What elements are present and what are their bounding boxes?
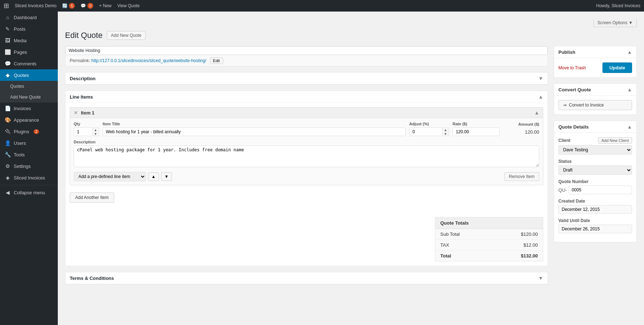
qty-down-btn[interactable]: ▼ [92,132,99,136]
qty-up-btn[interactable]: ▲ [92,128,99,132]
convert-to-invoice-button[interactable]: ⇒ Convert to Invoice [558,100,632,110]
sidebar-item-quotes-sub[interactable]: Quotes [0,81,58,92]
adminbar-comments[interactable]: 💬 0 [81,3,93,9]
posts-icon: ✎ [4,26,11,32]
line-item-collapse-icon[interactable]: ▲ [534,110,539,116]
description-row: Description cPanel web hosting package f… [74,140,539,168]
permalink-edit-button[interactable]: Edit [210,57,223,64]
convert-quote-box: Convert Quote ▲ ⇒ Convert to Invoice [554,83,637,115]
item-description-input[interactable]: cPanel web hosting package for 1 year. I… [74,146,539,167]
publish-box: Publish ▲ Move to Trash Update [554,46,637,78]
convert-quote-header[interactable]: Convert Quote ▲ [554,84,636,96]
status-label: Status [558,159,632,164]
sidebar-item-users[interactable]: 👤 Users [0,137,58,149]
page-title: Edit Quote [65,31,103,40]
adjust-down-btn[interactable]: ▼ [442,132,449,136]
adminbar-new[interactable]: + New [99,3,111,8]
rate-label: Rate ($) [453,122,500,126]
sidebar-item-comments[interactable]: 💬 Comments [0,58,58,69]
quote-number-label: Quote Number [558,179,632,184]
sidebar-label-posts: Posts [14,26,26,32]
qty-spinner[interactable]: ▲ ▼ [92,127,99,136]
sidebar-label-dashboard: Dashboard [14,15,37,20]
plugins-icon: 🔌 [4,129,11,134]
sidebar-label-plugins: Plugins [14,129,29,134]
adminbar-site[interactable]: Sliced Invoices Demo [15,3,56,8]
client-select[interactable]: Dave Testing [558,145,632,155]
sidebar-label-collapse: Collapse menu [14,190,45,195]
description-header[interactable]: Description ▼ [65,73,548,84]
quote-title-input[interactable] [65,46,548,55]
description-toggle-icon: ▼ [538,75,543,81]
quote-details-header[interactable]: Quote Details ▲ [554,121,636,133]
comments-icon: 💬 [4,61,11,66]
total-value: $132.00 [521,253,538,259]
quote-number-prefix: QU- [558,187,567,193]
created-date-input[interactable] [558,205,632,214]
quote-details-box: Quote Details ▲ Client Add New Client Da… [554,121,637,242]
sidebar-item-appearance[interactable]: 🎨 Appearance [0,114,58,126]
valid-until-input[interactable] [558,225,632,233]
tax-label: TAX [440,242,449,248]
remove-item-label: Remove Item [509,174,535,179]
description-meta-box: Description ▼ [65,72,548,85]
qty-input[interactable] [74,127,92,136]
sidebar-item-posts[interactable]: ✎ Posts [0,23,58,35]
sidebar-item-quotes[interactable]: ◆ Quotes [0,69,58,81]
sidebar-item-sliced-invoices[interactable]: ◈ Sliced Invoices [0,172,58,183]
line-items-header[interactable]: Line Items ▲ [65,91,548,103]
collapse-icon: ◀ [4,190,11,195]
sidebar-item-tools[interactable]: 🔧 Tools [0,149,58,160]
adminbar-site-name: Sliced Invoices Demo [15,3,56,8]
rate-input[interactable] [453,127,500,136]
screen-options-button[interactable]: Screen Options ▼ [593,19,637,27]
adjust-spinner[interactable]: ▲ ▼ [442,127,449,136]
permalink-url[interactable]: http://127.0.0.1/slicedinvoices/sliced_q… [91,58,206,63]
update-button[interactable]: Update [602,62,632,73]
line-item-close-icon[interactable]: ✕ [74,110,78,116]
sidebar-item-dashboard[interactable]: ⌂ Dashboard [0,12,58,23]
sidebar-item-plugins[interactable]: 🔌 Plugins 2 [0,126,58,137]
terms-header[interactable]: Terms & Conditions ▼ [65,272,548,284]
line-items-title: Line Items [70,94,93,100]
move-down-button[interactable]: ▼ [161,172,172,181]
desc-label: Description [74,140,539,144]
predefined-select[interactable]: Add a pre-defined line item [74,172,146,181]
sidebar-item-collapse[interactable]: ◀ Collapse menu [0,187,58,198]
add-new-quote-button[interactable]: Add New Quote [107,31,146,40]
sidebar-item-settings[interactable]: ⚙ Settings [0,160,58,172]
add-another-item-button[interactable]: Add Another Item [70,192,114,203]
remove-item-button[interactable]: Remove Item [504,172,539,181]
line-item-actions: Add a pre-defined line item ▲ ▼ Remove I… [74,172,539,181]
sidebar-item-add-new-quote[interactable]: Add New Quote [0,92,58,103]
add-new-client-button[interactable]: Add New Client [598,137,632,144]
convert-quote-title: Convert Quote [558,87,591,92]
terms-meta-box: Terms & Conditions ▼ [65,272,548,285]
sidebar-label-add-new-quote: Add New Quote [10,95,41,100]
adjust-up-btn[interactable]: ▲ [442,128,449,132]
sidebar-item-pages[interactable]: ⬜ Pages [0,46,58,58]
publish-title: Publish [558,49,575,55]
sidebar-item-invoices[interactable]: 📄 Invoices [0,103,58,114]
publish-header[interactable]: Publish ▲ [554,46,636,58]
comments-count: 0 [87,3,93,9]
move-to-trash-link[interactable]: Move to Trash [558,65,586,70]
status-select[interactable]: Draft [558,165,632,175]
line-item-header: ✕ Item 1 ▲ [70,108,543,118]
adjust-input[interactable] [409,127,442,136]
adminbar-updates[interactable]: 🔄 5 [62,3,75,9]
item-title-input[interactable] [103,127,406,136]
adminbar-view-quote[interactable]: View Quote [117,3,140,8]
settings-icon: ⚙ [4,163,11,169]
line-items-toggle-icon: ▲ [538,94,543,100]
sidebar-item-media[interactable]: 🖼 Media [0,35,58,46]
invoices-icon: 📄 [4,105,11,111]
view-quote-label: View Quote [117,3,140,8]
valid-until-label: Valid Until Date [558,218,632,223]
tax-row: TAX $12.00 [435,240,543,251]
quote-number-input[interactable] [569,186,632,194]
move-up-button[interactable]: ▲ [148,172,159,181]
updates-icon: 🔄 [62,3,68,8]
permalink-edit-label: Edit [213,58,220,63]
terms-title: Terms & Conditions [70,276,114,281]
